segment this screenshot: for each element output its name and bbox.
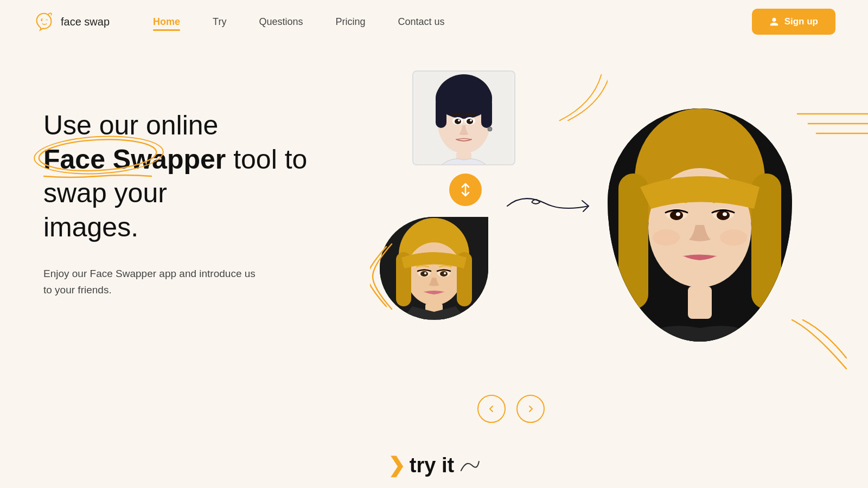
svg-point-15 [470, 119, 472, 121]
headline: Use our online Face Swapper tool to swap… [43, 108, 358, 244]
swap-button[interactable] [449, 174, 482, 206]
nav-questions[interactable]: Questions [259, 16, 303, 28]
deco-lines-icon [787, 108, 868, 141]
try-it-arrow-icon: ❯ [388, 453, 405, 477]
try-it-label[interactable]: try it [410, 454, 454, 477]
subtitle: Enjoy our Face Swapper app and introduce… [43, 266, 293, 299]
main-content: Use our online Face Swapper tool to swap… [0, 43, 868, 488]
chevron-left-icon [487, 404, 496, 414]
next-button[interactable] [516, 395, 545, 423]
right-section [358, 54, 825, 488]
svg-point-27 [424, 272, 426, 274]
face-male-icon [415, 72, 513, 164]
svg-rect-8 [436, 98, 446, 128]
nav-links: Home Try Questions Pricing Contact us [153, 16, 752, 28]
face-result-icon [608, 108, 792, 342]
signup-button[interactable]: Sign up [752, 9, 835, 35]
signup-label: Sign up [784, 16, 818, 27]
headline-line3: images. [43, 212, 138, 242]
arc-left-icon [370, 239, 397, 314]
try-it-squiggle-icon [458, 457, 480, 473]
arrow-annotation-icon [502, 187, 599, 225]
svg-rect-43 [688, 286, 712, 319]
svg-point-20 [406, 242, 462, 305]
logo-icon [33, 10, 55, 33]
result-image [608, 108, 792, 342]
svg-rect-9 [481, 98, 492, 128]
svg-point-16 [488, 127, 492, 131]
svg-point-42 [720, 229, 747, 246]
svg-point-12 [455, 119, 461, 124]
input-image-top [412, 70, 515, 165]
prev-button[interactable] [477, 395, 506, 423]
svg-point-41 [653, 229, 680, 246]
svg-point-14 [458, 119, 460, 121]
logo[interactable]: face swap [33, 10, 110, 33]
swap-icon [458, 182, 473, 197]
nav-contact[interactable]: Contact us [398, 16, 444, 28]
headline-highlighted: Face Swapper [43, 143, 226, 177]
arc-bottom-right-icon [787, 314, 852, 374]
nav-try[interactable]: Try [213, 16, 226, 28]
try-it-section: ❯ try it [388, 453, 480, 477]
svg-point-28 [444, 272, 446, 274]
svg-point-13 [467, 119, 473, 124]
chevron-right-icon [526, 404, 535, 414]
left-section: Use our online Face Swapper tool to swap… [43, 54, 358, 488]
nav-arrows [477, 395, 545, 423]
arc-top-right-icon [553, 70, 608, 125]
svg-point-40 [723, 213, 727, 216]
brand-name: face swap [61, 16, 110, 28]
svg-point-25 [420, 271, 428, 277]
headline-line1: Use our online [43, 110, 218, 140]
nav-pricing[interactable]: Pricing [335, 16, 365, 28]
navbar: face swap Home Try Questions Pricing Con… [0, 0, 868, 43]
svg-point-26 [440, 271, 448, 277]
user-icon [769, 17, 779, 27]
nav-home[interactable]: Home [153, 16, 180, 28]
svg-point-39 [676, 213, 680, 216]
